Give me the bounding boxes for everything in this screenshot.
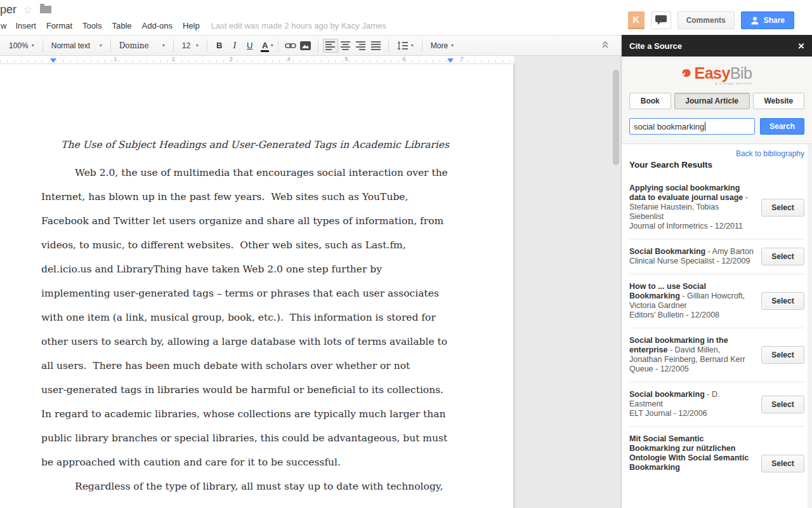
tab-book[interactable]: Book: [629, 93, 671, 109]
menu-item-insert[interactable]: Insert: [10, 20, 41, 32]
ruler-number: 4: [287, 56, 290, 62]
result-citation: Social bookmarking - D. Eastment ELT Jou…: [629, 390, 755, 418]
align-right-icon: [356, 41, 366, 50]
document-page[interactable]: The Use of Subject Headings and User-Gen…: [0, 64, 514, 508]
chevron-down-icon: ▾: [162, 43, 165, 48]
paragraph-style-select[interactable]: Normal text▾: [48, 39, 106, 52]
avatar[interactable]: K: [628, 11, 645, 29]
title-row: per ☆: [0, 2, 51, 17]
result-citation: Applying social bookmarking data to eval…: [629, 184, 755, 231]
document-line[interactable]: In regard to academic libraries, whose c…: [41, 402, 469, 426]
chevron-down-icon: ▾: [451, 43, 454, 48]
font-value: Domine: [119, 41, 149, 50]
document-line[interactable]: public library branches or special libra…: [41, 426, 469, 450]
ruler-number: 7: [460, 56, 463, 62]
underline-button[interactable]: U: [242, 39, 258, 53]
ruler[interactable]: 1 2 3 4 5 6 7: [0, 56, 514, 64]
result-title: Social bookmarking: [629, 390, 705, 399]
document-line[interactable]: all users. There has been much debate wi…: [41, 354, 469, 378]
search-button[interactable]: Search: [760, 118, 804, 135]
document-line[interactable]: del.icio.us and LibraryThing have taken …: [41, 257, 469, 281]
document-line[interactable]: Facebook and Twitter let users organize …: [41, 209, 469, 233]
menu-item-tools[interactable]: Tools: [77, 20, 107, 32]
align-left-icon: [325, 41, 336, 50]
zoom-select[interactable]: 100%▾: [5, 39, 38, 52]
italic-button[interactable]: I: [227, 39, 242, 53]
tab-website[interactable]: Website: [753, 93, 804, 109]
document-line[interactable]: be approached with caution and care for …: [41, 450, 469, 474]
more-button[interactable]: More▾: [427, 39, 457, 52]
select-button[interactable]: Select: [761, 396, 804, 413]
document-line[interactable]: with one item (a link, musical group, bo…: [41, 305, 469, 330]
close-icon[interactable]: ×: [798, 41, 804, 51]
font-select[interactable]: Domine▾: [115, 39, 169, 52]
search-input[interactable]: social bookmarking: [629, 118, 755, 135]
menu-item-view-partial[interactable]: w: [0, 20, 10, 32]
chat-button[interactable]: [651, 11, 671, 29]
font-size-select[interactable]: 12▾: [178, 39, 202, 52]
toolbar-divider: [173, 39, 174, 52]
select-button[interactable]: Select: [761, 346, 804, 364]
line-spacing-button[interactable]: ▾: [393, 39, 417, 52]
menu-item-format[interactable]: Format: [41, 20, 77, 32]
insert-link-button[interactable]: [283, 39, 298, 53]
result-journal-date: ELT Journal - 12/2006: [629, 409, 755, 418]
document-title[interactable]: per: [0, 3, 16, 17]
select-button[interactable]: Select: [761, 455, 804, 472]
tab-journal-article[interactable]: Journal Article: [674, 93, 750, 109]
cite-source-sidebar: Cite a Source × EasyBib a Chegg service …: [622, 35, 812, 508]
insert-image-button[interactable]: [298, 39, 313, 53]
document-line[interactable]: implementing user-generated tags – terms…: [41, 281, 469, 305]
menu-item-table[interactable]: Table: [107, 20, 136, 32]
align-justify-button[interactable]: [369, 39, 384, 53]
star-icon[interactable]: ☆: [23, 3, 32, 17]
sidebar-header: Cite a Source ×: [622, 35, 812, 57]
toolbar-divider: [388, 39, 389, 52]
share-button[interactable]: Share: [741, 11, 794, 29]
document-line[interactable]: videos, to music, to different websites.…: [41, 233, 469, 257]
align-right-button[interactable]: [353, 39, 369, 53]
document-line[interactable]: user-generated tags in libraries would b…: [41, 378, 469, 402]
bold-button[interactable]: B: [212, 39, 227, 53]
sidebar-scrollbar[interactable]: [808, 144, 812, 508]
align-center-button[interactable]: [338, 39, 353, 53]
sidebar-upper: EasyBib a Chegg service Book Journal Art…: [622, 57, 812, 144]
menu-item-addons[interactable]: Add-ons: [137, 20, 178, 32]
folder-icon[interactable]: [40, 6, 51, 13]
document-line[interactable]: Web 2.0, the use of multimedia that enco…: [41, 161, 469, 185]
document-scrollbar-thumb[interactable]: [613, 70, 619, 165]
chevron-down-icon: ▾: [100, 43, 102, 48]
document-line[interactable]: Internet, has blown up in the past few y…: [41, 185, 469, 209]
line-spacing-icon: [397, 41, 408, 50]
source-type-tabs: Book Journal Article Website: [629, 93, 804, 109]
chevron-down-icon[interactable]: ▾: [271, 43, 273, 48]
align-justify-icon: [371, 41, 381, 50]
align-left-button[interactable]: [323, 39, 338, 53]
document-line[interactable]: Regardless of the type of library, all m…: [41, 474, 469, 498]
result-authors: - Amy Barton: [705, 247, 754, 256]
document-line[interactable]: other users to search by, allowing a lar…: [41, 330, 469, 354]
link-icon: [285, 42, 296, 50]
back-to-bibliography-link[interactable]: Back to bibliography: [629, 149, 804, 158]
ruler-number: 1: [114, 56, 117, 62]
toolbar-divider: [43, 39, 43, 52]
select-button[interactable]: Select: [761, 292, 804, 310]
indent-marker-left[interactable]: [50, 58, 56, 63]
collapse-toolbar-button[interactable]: [601, 41, 609, 49]
menu-item-help[interactable]: Help: [178, 20, 205, 32]
bold-icon: B: [216, 41, 222, 50]
last-edit-status[interactable]: Last edit was made 2 hours ago by Kacy J…: [211, 21, 386, 30]
sidebar-title: Cite a Source: [629, 41, 682, 51]
result-citation: Social Bookmarking - Amy Barton Clinical…: [629, 247, 755, 266]
indent-marker-right[interactable]: [447, 58, 454, 63]
ruler-number: 6: [402, 56, 405, 62]
toolbar-divider: [422, 39, 422, 52]
font-size-value: 12: [182, 41, 190, 50]
comments-button[interactable]: Comments: [678, 11, 735, 29]
document-heading[interactable]: The Use of Subject Headings and User-Gen…: [41, 135, 469, 154]
select-button[interactable]: Select: [761, 199, 804, 217]
top-chrome: per ☆ w Insert Format Tools Table Add-on…: [0, 0, 812, 35]
paragraph-style-value: Normal text: [51, 41, 90, 50]
search-results-panel: Back to bibliography Your Search Results…: [622, 144, 812, 508]
select-button[interactable]: Select: [761, 248, 804, 265]
